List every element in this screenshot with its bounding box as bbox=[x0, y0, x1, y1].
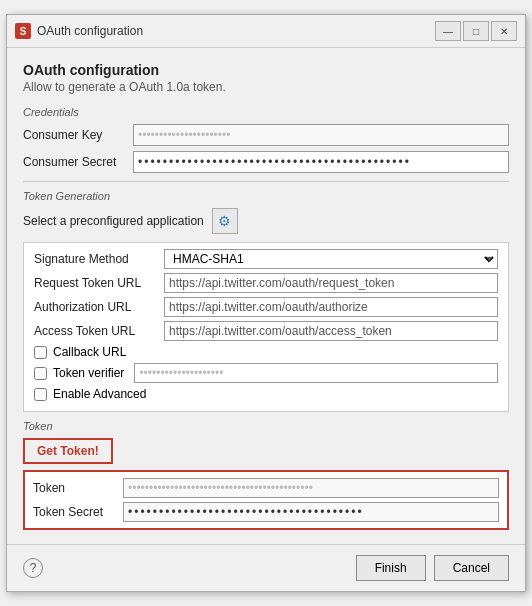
token-row: Token bbox=[33, 478, 499, 498]
callback-url-row: Callback URL bbox=[34, 345, 498, 359]
inner-config-section: Signature Method HMAC-SHA1 RSA-SHA1 PLAI… bbox=[23, 242, 509, 412]
access-token-url-row: Access Token URL bbox=[34, 321, 498, 341]
footer: ? Finish Cancel bbox=[7, 544, 525, 591]
enable-advanced-checkbox[interactable] bbox=[34, 388, 47, 401]
token-verifier-row: Token verifier bbox=[34, 363, 498, 383]
consumer-key-row: Consumer Key bbox=[23, 124, 509, 146]
access-token-url-label: Access Token URL bbox=[34, 324, 164, 338]
gear-button[interactable]: ⚙ bbox=[212, 208, 238, 234]
preconfigured-label: Select a preconfigured application bbox=[23, 214, 204, 228]
minimize-button[interactable]: — bbox=[435, 21, 461, 41]
maximize-button[interactable]: □ bbox=[463, 21, 489, 41]
token-generation-section: Token Generation Select a preconfigured … bbox=[23, 190, 509, 412]
token-secret-row: Token Secret bbox=[33, 502, 499, 522]
enable-advanced-label: Enable Advanced bbox=[53, 387, 146, 401]
signature-method-select[interactable]: HMAC-SHA1 RSA-SHA1 PLAINTEXT bbox=[164, 249, 498, 269]
token-verifier-checkbox[interactable] bbox=[34, 367, 47, 380]
authorization-url-input[interactable] bbox=[164, 297, 498, 317]
request-token-url-label: Request Token URL bbox=[34, 276, 164, 290]
titlebar: S OAuth configuration — □ ✕ bbox=[7, 15, 525, 48]
token-section-label: Token bbox=[23, 420, 509, 432]
callback-url-label: Callback URL bbox=[53, 345, 126, 359]
titlebar-controls: — □ ✕ bbox=[435, 21, 517, 41]
consumer-secret-input[interactable] bbox=[133, 151, 509, 173]
request-token-url-input[interactable] bbox=[164, 273, 498, 293]
consumer-secret-row: Consumer Secret bbox=[23, 151, 509, 173]
signature-method-row: Signature Method HMAC-SHA1 RSA-SHA1 PLAI… bbox=[34, 249, 498, 269]
callback-url-checkbox[interactable] bbox=[34, 346, 47, 359]
authorization-url-row: Authorization URL bbox=[34, 297, 498, 317]
cancel-button[interactable]: Cancel bbox=[434, 555, 509, 581]
access-token-url-input[interactable] bbox=[164, 321, 498, 341]
close-button[interactable]: ✕ bbox=[491, 21, 517, 41]
token-result-box: Token Token Secret bbox=[23, 470, 509, 530]
consumer-key-input[interactable] bbox=[133, 124, 509, 146]
credentials-section-label: Credentials bbox=[23, 106, 509, 118]
request-token-url-row: Request Token URL bbox=[34, 273, 498, 293]
token-generation-label: Token Generation bbox=[23, 190, 509, 202]
app-icon: S bbox=[15, 23, 31, 39]
consumer-key-label: Consumer Key bbox=[23, 128, 133, 142]
footer-buttons: Finish Cancel bbox=[356, 555, 509, 581]
finish-button[interactable]: Finish bbox=[356, 555, 426, 581]
dialog-title: OAuth configuration bbox=[23, 62, 509, 78]
token-verifier-label: Token verifier bbox=[53, 366, 124, 380]
token-section: Token Get Token! Token Token Secret bbox=[23, 420, 509, 530]
titlebar-title: OAuth configuration bbox=[37, 24, 143, 38]
token-input[interactable] bbox=[123, 478, 499, 498]
titlebar-left: S OAuth configuration bbox=[15, 23, 143, 39]
consumer-secret-label: Consumer Secret bbox=[23, 155, 133, 169]
help-icon[interactable]: ? bbox=[23, 558, 43, 578]
enable-advanced-row: Enable Advanced bbox=[34, 387, 498, 401]
get-token-button[interactable]: Get Token! bbox=[23, 438, 113, 464]
token-label: Token bbox=[33, 481, 123, 495]
token-verifier-input[interactable] bbox=[134, 363, 498, 383]
token-secret-input[interactable] bbox=[123, 502, 499, 522]
main-window: S OAuth configuration — □ ✕ OAuth config… bbox=[6, 14, 526, 592]
signature-method-label: Signature Method bbox=[34, 252, 164, 266]
token-secret-label: Token Secret bbox=[33, 505, 123, 519]
dialog-subtitle: Allow to generate a OAuth 1.0a token. bbox=[23, 80, 509, 94]
authorization-url-label: Authorization URL bbox=[34, 300, 164, 314]
dialog-content: OAuth configuration Allow to generate a … bbox=[7, 48, 525, 544]
preconfigured-row: Select a preconfigured application ⚙ bbox=[23, 208, 509, 234]
signature-method-wrapper: HMAC-SHA1 RSA-SHA1 PLAINTEXT bbox=[164, 249, 498, 269]
